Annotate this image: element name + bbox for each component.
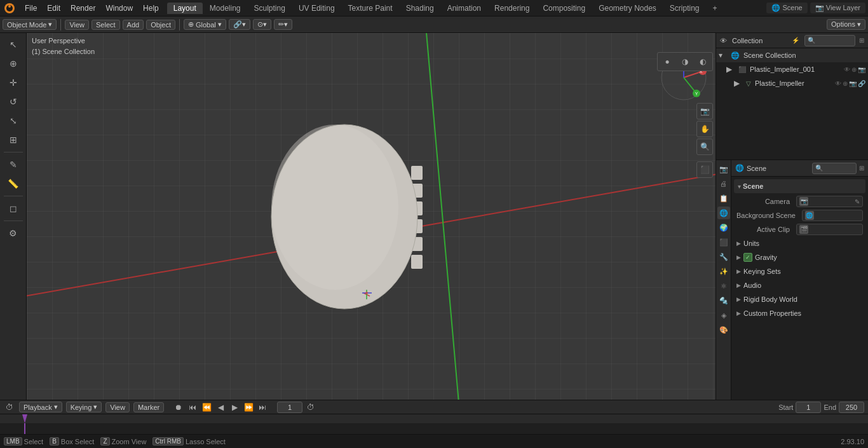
active-clip-field[interactable]: 🎬 xyxy=(796,224,863,235)
audio-collapse[interactable]: ▶ Audio xyxy=(731,278,868,292)
tab-sculpting[interactable]: Sculpting xyxy=(248,3,292,14)
menu-render[interactable]: Render xyxy=(66,3,100,14)
transform-selector[interactable]: ⊕ Global ▾ xyxy=(184,19,226,30)
playback-menu[interactable]: Playback ▾ xyxy=(19,402,62,412)
impeller-link-icon[interactable]: 🔗 xyxy=(858,80,865,87)
props-icon-scene[interactable]: 🌐 xyxy=(717,207,730,219)
outliner-impeller-001[interactable]: ▶ ⬛ Plastic_Impeller_001 👁 ⊕ 📷 xyxy=(716,62,868,76)
scene-selector[interactable]: 🌐 Scene xyxy=(766,3,807,13)
gravity-checkbox[interactable]: ✓ xyxy=(743,253,752,262)
mode-selector[interactable]: Object Mode ▾ xyxy=(3,19,57,30)
zoom-btn[interactable]: 🔍 xyxy=(696,139,713,155)
impeller-sel-icon[interactable]: ⊕ xyxy=(843,80,848,87)
impeller-001-vis-icon[interactable]: 👁 xyxy=(844,66,850,73)
tab-uv-editing[interactable]: UV Editing xyxy=(292,3,341,14)
tool-scale[interactable]: ⤡ xyxy=(3,112,24,130)
impeller-vis-icon[interactable]: 👁 xyxy=(835,80,841,87)
options-btn[interactable]: Options ▾ xyxy=(827,19,865,30)
tool-move[interactable]: ✛ xyxy=(3,74,24,92)
impeller-001-sel-icon[interactable]: ⊕ xyxy=(851,66,857,73)
material-shading-btn[interactable]: ◑ xyxy=(677,53,693,70)
tool-select[interactable]: ↖ xyxy=(3,36,24,53)
view-layer-selector[interactable]: 📷 View Layer xyxy=(810,3,865,13)
props-icon-output[interactable]: 🖨 xyxy=(717,177,730,190)
play-btn[interactable]: ▶ xyxy=(229,402,240,413)
tab-texture-paint[interactable]: Texture Paint xyxy=(342,3,399,14)
tab-animation[interactable]: Animation xyxy=(441,3,487,14)
menu-window[interactable]: Window xyxy=(101,3,137,14)
props-icon-data[interactable]: ◈ xyxy=(717,309,730,322)
solid-shading-btn[interactable]: ● xyxy=(659,53,675,70)
tab-scripting[interactable]: Scripting xyxy=(663,3,706,14)
menu-edit[interactable]: Edit xyxy=(43,3,65,14)
props-icon-world[interactable]: 🌍 xyxy=(717,221,730,234)
hand-pan-btn[interactable]: ✋ xyxy=(696,121,713,137)
outliner-search-input[interactable] xyxy=(804,35,855,46)
tool-transform[interactable]: ⊞ xyxy=(3,131,24,149)
object-menu[interactable]: Object xyxy=(146,20,175,30)
menu-file[interactable]: File xyxy=(20,3,41,14)
rigid-body-collapse[interactable]: ▶ Rigid Body World xyxy=(731,292,868,306)
menu-help[interactable]: Help xyxy=(139,3,163,14)
outliner-scene-collection[interactable]: ▾ 🌐 Scene Collection xyxy=(716,48,868,62)
tab-add[interactable]: + xyxy=(707,3,724,14)
props-icon-particles[interactable]: ✨ xyxy=(717,265,730,278)
tab-layout[interactable]: Layout xyxy=(167,3,203,14)
tool-annotate[interactable]: ✎ xyxy=(3,156,24,173)
tab-geometry-nodes[interactable]: Geometry Nodes xyxy=(592,3,663,14)
keying-menu[interactable]: Keying ▾ xyxy=(66,402,102,412)
tool-rotate[interactable]: ↺ xyxy=(3,93,24,111)
camera-view-btn[interactable]: 📷 xyxy=(696,103,713,119)
play-reverse-btn[interactable]: ◀ xyxy=(215,402,226,413)
viewport[interactable]: User Perspective (1) Scene Collection xyxy=(27,33,715,400)
start-frame-input[interactable] xyxy=(796,402,821,413)
step-forward-btn[interactable]: ⏩ xyxy=(243,402,254,413)
skip-end-btn[interactable]: ⏭ xyxy=(257,402,268,413)
impeller-render-icon[interactable]: 📷 xyxy=(849,80,857,87)
select-menu[interactable]: Select xyxy=(92,20,120,30)
props-icon-material[interactable]: 🎨 xyxy=(717,323,730,336)
props-search-input[interactable] xyxy=(812,163,857,174)
props-icon-physics[interactable]: ⚛ xyxy=(717,280,730,292)
tab-shading[interactable]: Shading xyxy=(400,3,440,14)
units-collapse[interactable]: ▶ Units xyxy=(731,236,868,250)
snap-btn[interactable]: 🔗▾ xyxy=(229,19,250,30)
props-icon-view-layer[interactable]: 📋 xyxy=(717,192,730,205)
tab-compositing[interactable]: Compositing xyxy=(536,3,592,14)
scene-section-header[interactable]: ▾ Scene xyxy=(734,179,865,193)
keying-sets-collapse[interactable]: ▶ Keying Sets xyxy=(731,264,868,278)
grease-btn[interactable]: ✏▾ xyxy=(274,19,292,30)
impeller-001-render-icon[interactable]: 📷 xyxy=(858,66,865,73)
view-menu[interactable]: View xyxy=(65,20,89,30)
view-menu-timeline[interactable]: View xyxy=(105,402,130,412)
marker-menu[interactable]: Marker xyxy=(133,402,164,412)
step-back-btn[interactable]: ⏪ xyxy=(201,402,212,413)
tab-modeling[interactable]: Modeling xyxy=(203,3,247,14)
props-icon-modifier[interactable]: 🔧 xyxy=(717,250,730,263)
render-view-btn[interactable]: ⬛ xyxy=(696,161,713,178)
props-icon-constraints[interactable]: 🔩 xyxy=(717,294,730,307)
tool-custom[interactable]: ⚙ xyxy=(3,224,24,242)
add-menu[interactable]: Add xyxy=(123,20,144,30)
end-frame-input[interactable] xyxy=(839,402,864,413)
record-btn[interactable]: ⏺ xyxy=(173,402,184,413)
outliner-sort-icon[interactable]: ⊞ xyxy=(859,37,864,44)
props-icon-render[interactable]: 📷 xyxy=(717,163,730,175)
skip-start-btn[interactable]: ⏮ xyxy=(187,402,198,413)
timeline-ruler-area[interactable]: 1 10 20 30 40 50 60 70 80 90 100 110 120… xyxy=(0,414,868,434)
props-filter-icon[interactable]: ⊞ xyxy=(859,165,864,172)
background-scene-field[interactable]: 🌐 xyxy=(802,210,863,221)
tool-measure[interactable]: 📏 xyxy=(3,175,24,193)
gravity-row[interactable]: ▶ ✓ Gravity xyxy=(731,250,868,264)
custom-props-collapse[interactable]: ▶ Custom Properties xyxy=(731,306,868,320)
tool-cursor[interactable]: ⊕ xyxy=(3,55,24,72)
current-frame-input[interactable] xyxy=(277,402,302,413)
props-icon-object[interactable]: ⬛ xyxy=(717,236,730,248)
render-shading-btn[interactable]: ◐ xyxy=(695,53,711,70)
camera-edit-icon[interactable]: ✎ xyxy=(855,198,860,205)
outliner-impeller[interactable]: ▶ ▽ Plastic_Impeller 👁 ⊕ 📷 🔗 xyxy=(716,76,868,90)
outliner-filter-icon[interactable]: ⚡ xyxy=(792,37,799,44)
proportional-btn[interactable]: ⊙▾ xyxy=(253,19,271,30)
tool-add-cube[interactable]: ◻ xyxy=(3,200,24,217)
tab-rendering[interactable]: Rendering xyxy=(488,3,536,14)
